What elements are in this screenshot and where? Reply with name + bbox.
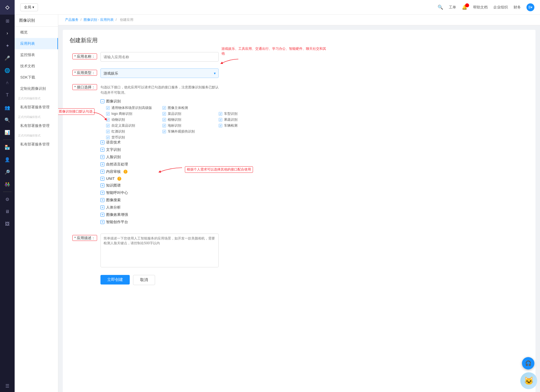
cb-dish[interactable]: [162, 112, 166, 116]
app-type-row: * 应用类型： 游戏娱乐 工具应用 交通出行 学习办公 智能硬件 聊天社交 其他…: [70, 68, 529, 78]
nav-deploy1[interactable]: 私有部署服务管理: [15, 102, 58, 113]
cb-cartype[interactable]: [219, 112, 222, 116]
expand-creative-icon[interactable]: +: [100, 220, 104, 224]
workorder-link[interactable]: 工单: [449, 5, 456, 10]
search-button[interactable]: 🔍: [438, 5, 443, 10]
cb-general[interactable]: [106, 106, 110, 110]
cat-nlp[interactable]: + 自然语言处理: [100, 162, 529, 167]
cb-customdish[interactable]: [106, 124, 110, 127]
app-type-select[interactable]: 游戏娱乐 工具应用 交通出行 学习办公 智能硬件 聊天社交 其他: [100, 68, 219, 78]
float-action-button[interactable]: 🎧: [522, 357, 534, 369]
cat-face[interactable]: + 人脸识别: [100, 154, 529, 160]
dashboard-icon[interactable]: ⊞: [0, 15, 15, 27]
app-desc-textarea[interactable]: [100, 234, 219, 267]
breadcrumb-level1[interactable]: 产品服务: [65, 18, 79, 22]
text-t-icon[interactable]: T: [0, 89, 15, 101]
nav-monitor[interactable]: 监控报表: [15, 49, 58, 61]
cat-content[interactable]: + 内容审核 ! 根据个人需求可以选择其他的接口配合使用: [100, 169, 529, 174]
mic-icon[interactable]: 🎤: [0, 52, 15, 64]
cat-knowledge[interactable]: + 知识图谱: [100, 183, 529, 188]
image2-icon[interactable]: 🖼: [0, 218, 15, 230]
expand-callcenter-icon[interactable]: +: [100, 191, 104, 195]
cb-wine[interactable]: [106, 130, 110, 133]
help-docs-link[interactable]: 帮助文档: [473, 5, 488, 10]
person-icon[interactable]: 👤: [0, 153, 15, 166]
branch-icon[interactable]: ⑃: [0, 77, 15, 89]
finance-link[interactable]: 财务: [514, 5, 521, 10]
cat-nlp-name: 自然语言处理: [106, 162, 128, 167]
api-category-image: − 图像识别 通用物体和场景识别高级版 图像主体检测: [100, 99, 529, 140]
user-avatar[interactable]: B ▾: [526, 3, 534, 11]
expand-voice-icon[interactable]: +: [100, 140, 104, 144]
nav-techdoc[interactable]: 技术文档: [15, 61, 58, 72]
cb-plant[interactable]: [162, 118, 166, 122]
api-item-general: 通用物体和场景识别高级版: [106, 106, 162, 110]
nav-sdk[interactable]: SDK下载: [15, 72, 58, 83]
nav-applist[interactable]: 应用列表: [15, 38, 58, 49]
cb-cardetect[interactable]: [219, 124, 222, 127]
content-area: 产品服务 / 图像识别 - 应用列表 / 创建应用 创建新应用 * 应用名称：: [58, 15, 540, 392]
image-category-name: 图像识别: [106, 99, 121, 104]
breadcrumb-level2[interactable]: 图像识别 - 应用列表: [84, 18, 114, 22]
search-icon[interactable]: 🔍: [0, 114, 15, 126]
cat-face-name: 人脸识别: [106, 154, 121, 160]
breadcrumb-level3: 创建应用: [120, 18, 133, 22]
api-name-cartype: 车型识别: [224, 111, 237, 116]
api-item-dish: 菜品识别: [162, 111, 219, 116]
store-icon[interactable]: 🏪: [0, 141, 15, 153]
cb-mainbody[interactable]: [162, 106, 166, 110]
menu-icon[interactable]: ☰: [0, 380, 15, 392]
cat-voice[interactable]: + 语音技术: [100, 140, 529, 145]
cat-enhance[interactable]: + 图像效果增强: [100, 212, 529, 217]
interface-hint: 勾选以下接口，使此应用可以请求已勾选的接口服务，注意图像识别服务已默认勾选并不可…: [100, 85, 221, 95]
expand-knowledge-icon[interactable]: +: [100, 183, 104, 187]
arrow-other-interface: [157, 166, 185, 175]
text-nav: 图像识别 概览 应用列表 监控报表 技术文档 SDK下载 定制化图像识别 正式代…: [15, 15, 58, 392]
enterprise-link[interactable]: 企业组织: [493, 5, 508, 10]
cat-ocr[interactable]: + 文字识别: [100, 147, 529, 152]
unit-badge: !: [117, 177, 121, 181]
expand-enhance-icon[interactable]: +: [100, 213, 104, 217]
expand-unit-icon[interactable]: +: [100, 177, 104, 181]
nav-deploy2[interactable]: 私有部署服务管理: [15, 120, 58, 131]
expand-face-icon[interactable]: +: [100, 155, 104, 159]
cancel-button[interactable]: 取消: [133, 275, 155, 285]
globe-icon[interactable]: 🌐: [0, 64, 15, 77]
expand-body-icon[interactable]: +: [100, 205, 104, 209]
app-name-input[interactable]: [100, 52, 219, 62]
cb-landmark[interactable]: [162, 124, 166, 127]
nav-overview[interactable]: 概览: [15, 27, 58, 38]
cb-fruit[interactable]: [219, 118, 222, 122]
api-name-cardetect: 车辆检测: [224, 123, 237, 128]
chart-icon[interactable]: 📊: [0, 126, 15, 138]
cat-callcenter[interactable]: + 智能呼叫中心: [100, 190, 529, 195]
create-button[interactable]: 立即创建: [100, 275, 130, 285]
other-interface-annotation: 根据个人需求可以选择其他的接口配合使用: [157, 166, 185, 176]
cb-animal[interactable]: [106, 118, 110, 122]
breadcrumb-sep1: /: [80, 18, 82, 22]
cat-imagesearch[interactable]: + 图像搜索: [100, 198, 529, 203]
people-icon[interactable]: 👥: [0, 101, 15, 114]
arrow-type: [219, 58, 241, 66]
global-select[interactable]: 全局 ▾: [20, 3, 38, 11]
magnify-icon[interactable]: 🔎: [0, 166, 15, 178]
cat-unit[interactable]: + UNIT !: [100, 176, 529, 181]
cb-logo[interactable]: [106, 112, 110, 116]
cb-cardamage[interactable]: [162, 130, 166, 133]
group-icon[interactable]: 👫: [0, 178, 15, 191]
expand-nlp-icon[interactable]: +: [100, 162, 104, 166]
gear2-icon[interactable]: ⚙: [0, 193, 15, 205]
collapse-image-icon[interactable]: −: [100, 99, 104, 103]
nav-custom[interactable]: 定制化图像识别: [15, 83, 58, 94]
api-item-logo: logo 商标识别: [106, 111, 162, 116]
cat-body[interactable]: + 人体分析: [100, 205, 529, 210]
expand-imagesearch-icon[interactable]: +: [100, 198, 104, 202]
settings-cog-icon[interactable]: ✦: [0, 39, 15, 52]
cat-creative[interactable]: + 智能创作平台: [100, 219, 529, 225]
expand-ocr-icon[interactable]: +: [100, 148, 104, 152]
cb-currency[interactable]: [106, 136, 110, 139]
expand-content-icon[interactable]: +: [100, 170, 104, 174]
server-icon[interactable]: 🖥: [0, 205, 15, 218]
expand-icon[interactable]: ›: [0, 27, 15, 39]
nav-deploy3[interactable]: 私有部署服务管理: [15, 139, 58, 150]
